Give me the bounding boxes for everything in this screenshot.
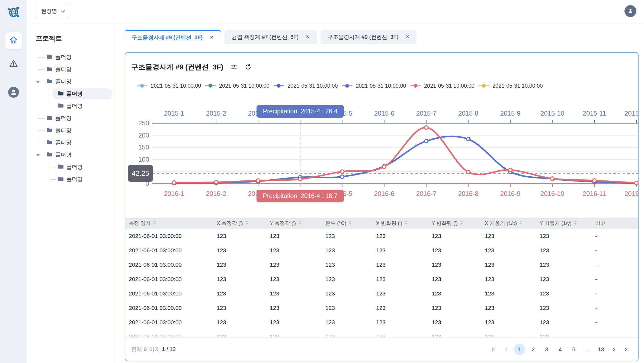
tab-2[interactable]: 균열 측정계 #7 (컨벤션_6F)✕: [225, 30, 317, 44]
table-row[interactable]: 2021-06-01 03:00:00123123123123123123123…: [125, 329, 638, 339]
close-icon[interactable]: ✕: [210, 34, 214, 40]
page-number-13[interactable]: 13: [595, 344, 607, 355]
tree-connector: [38, 118, 44, 119]
tree-connector: [38, 57, 38, 155]
table-cell: 123: [217, 319, 270, 326]
column-header-4[interactable]: 온도 (°C): [325, 220, 376, 227]
table-cell: 123: [376, 247, 432, 254]
tree-item[interactable]: 폴더명: [27, 51, 112, 63]
tree-item[interactable]: 폴더명: [27, 136, 112, 149]
svg-text:2015-10: 2015-10: [540, 110, 564, 117]
sort-icon[interactable]: [519, 220, 522, 226]
column-header-2[interactable]: X 측정각 ('): [217, 220, 270, 227]
table-cell: -: [595, 305, 638, 311]
next-page-button[interactable]: [609, 344, 619, 355]
table-row[interactable]: 2021-06-01 03:00:00123123123123123123123…: [125, 272, 638, 286]
legend-item-3[interactable]: 2021-05-31 10:00:00: [273, 83, 342, 89]
prev-page-button[interactable]: [501, 344, 512, 355]
sort-icon[interactable]: [405, 220, 408, 226]
tab-1-active[interactable]: 구조물경사계 #9 (컨벤션_3F)✕: [125, 30, 221, 44]
tab-3[interactable]: 구조물경사계 #9 (컨벤션_3F)✕: [321, 30, 416, 44]
legend-item-2[interactable]: 2021-05-31 10:00:00: [205, 83, 273, 89]
table-cell: 123: [432, 233, 485, 239]
table-body: 2021-06-01 03:00:00123123123123123123123…: [125, 229, 638, 339]
table-cell: 123: [540, 262, 595, 268]
close-icon[interactable]: ✕: [306, 34, 310, 40]
tree-item[interactable]: 폴더명: [27, 100, 112, 112]
tree-item-selected[interactable]: 폴더명: [27, 88, 112, 100]
table-cell: 123: [540, 290, 595, 297]
legend-label: 2021-05-31 10:00:00: [151, 83, 201, 89]
legend-item-4[interactable]: 2021-05-31 10:00:00: [342, 83, 410, 89]
site-name-dropdown[interactable]: 현장명: [36, 4, 70, 18]
page-number-4[interactable]: 4: [555, 344, 566, 355]
svg-text:2015-6: 2015-6: [374, 110, 395, 117]
tab-label: 구조물경사계 #9 (컨벤션_3F): [132, 34, 203, 41]
column-header-6[interactable]: Y 변화량 ('): [432, 220, 485, 227]
folder-icon: [47, 54, 53, 60]
sort-icon[interactable]: [460, 220, 463, 226]
legend-item-1[interactable]: 2021-05-31 10:00:00: [137, 83, 205, 89]
page-number-2[interactable]: 2: [527, 344, 539, 355]
table-cell: 123: [217, 276, 270, 282]
table-cell: 123: [270, 290, 325, 297]
tree-item-label: 폴더명: [55, 127, 72, 134]
page-ellipsis: ...: [582, 344, 593, 355]
svg-text:200: 200: [138, 132, 149, 139]
column-header-3[interactable]: Y 측정각 ('): [270, 220, 325, 227]
card-title: 구조물경사계 #9 (컨벤션_3F): [131, 62, 223, 72]
sort-icon[interactable]: [298, 220, 301, 226]
sort-icon[interactable]: [574, 220, 577, 226]
tree-item[interactable]: 폴더명: [27, 75, 112, 88]
table-row[interactable]: 2021-06-01 03:00:00123123123123123123123…: [125, 229, 638, 243]
tree-item[interactable]: 폴더명: [27, 112, 112, 124]
table-row[interactable]: 2021-06-01 03:00:00123123123123123123123…: [125, 301, 638, 315]
table-cell: 123: [485, 290, 540, 297]
column-header-8[interactable]: Y 기울기 (1/y): [540, 220, 595, 227]
user-avatar[interactable]: [624, 5, 636, 17]
sort-icon[interactable]: [153, 220, 156, 226]
table-cell: 123: [485, 233, 540, 239]
table-row[interactable]: 2021-06-01 03:00:00123123123123123123123…: [125, 243, 638, 257]
tree-item[interactable]: 폴더명: [27, 124, 112, 136]
tune-sliders-icon[interactable]: [230, 63, 238, 71]
tree-item[interactable]: 폴더명: [27, 63, 112, 75]
column-header-7[interactable]: X 기울기 (1/x): [485, 220, 540, 227]
table-row[interactable]: 2021-06-01 03:00:00123123123123123123123…: [125, 315, 638, 329]
column-header-5[interactable]: X 변화량 ('): [376, 220, 432, 227]
sidebar-item-alerts[interactable]: [9, 59, 18, 69]
page-number-3[interactable]: 3: [541, 344, 552, 355]
tree-item[interactable]: 폴더명: [27, 173, 112, 185]
tree-item[interactable]: 폴더명: [27, 149, 112, 161]
sidebar-item-home[interactable]: [5, 32, 22, 49]
person-icon: [8, 87, 19, 99]
folder-icon: [58, 164, 64, 170]
svg-text:150: 150: [138, 144, 149, 151]
table-row[interactable]: 2021-06-01 03:00:00123123123123123123123…: [125, 286, 638, 301]
svg-text:2016-7: 2016-7: [416, 190, 437, 197]
refresh-icon[interactable]: [245, 63, 252, 71]
sort-icon[interactable]: [245, 220, 248, 226]
last-page-button[interactable]: [621, 344, 632, 355]
sort-icon[interactable]: [348, 220, 352, 226]
column-header-9: 비고: [595, 220, 638, 227]
sidebar-item-profile[interactable]: [8, 87, 19, 99]
column-header-1[interactable]: 측정 일자: [129, 220, 217, 227]
column-label: X 변화량 ('): [376, 220, 402, 227]
legend-item-6[interactable]: 2021-05-31 10:00:00: [478, 83, 547, 89]
table-cell: 123: [217, 247, 270, 254]
rail-divider: [5, 78, 22, 78]
line-chart[interactable]: Precipitation 2015-4 : 26.4 Precipitatio…: [125, 104, 638, 212]
first-page-button[interactable]: [489, 344, 499, 355]
page-number-1[interactable]: 1: [514, 344, 525, 355]
legend-item-5[interactable]: 2021-05-31 10:00:00: [410, 83, 478, 89]
table-cell: 2021-06-01 03:00:00: [129, 247, 217, 254]
table-cell: 123: [376, 305, 432, 311]
page-number-5[interactable]: 5: [568, 344, 579, 355]
table-cell: 123: [432, 319, 485, 326]
folder-icon: [58, 91, 64, 97]
sensor-card: 구조물경사계 #9 (컨벤션_3F): [125, 52, 639, 361]
tree-item[interactable]: 폴더명: [27, 161, 112, 173]
table-row[interactable]: 2021-06-01 03:00:00123123123123123123123…: [125, 257, 638, 272]
close-icon[interactable]: ✕: [405, 34, 409, 40]
